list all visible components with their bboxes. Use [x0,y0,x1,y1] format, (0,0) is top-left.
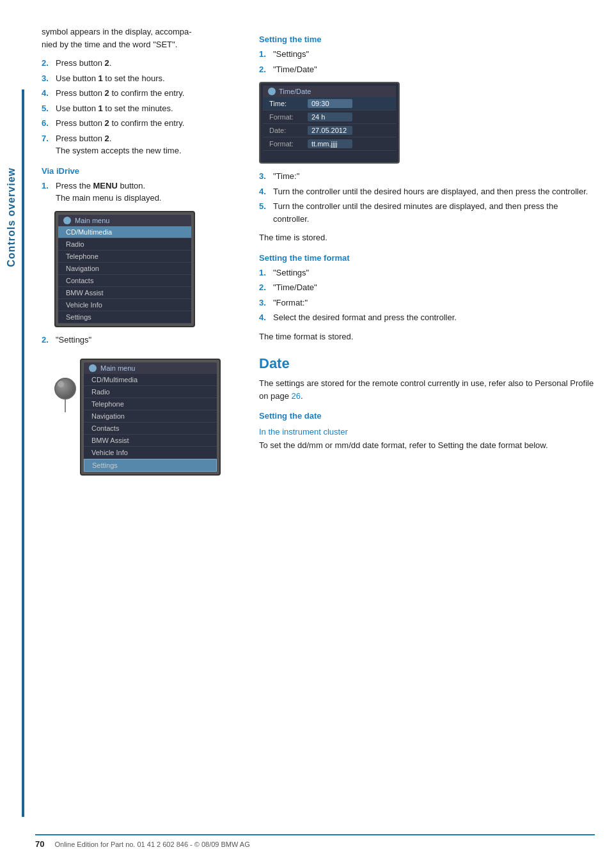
time-format-stored-note: The time format is stored. [259,330,595,343]
timedate-row-format1: Format: 24 h [263,111,396,124]
setting-time-heading: Setting the time [259,35,595,44]
footer-text: Online Edition for Part no. 01 41 2 602 … [54,841,249,848]
page-footer: 70 Online Edition for Part no. 01 41 2 6… [35,834,595,849]
step-4: 4. Press button 2 to confirm the entry. [42,87,246,100]
time-stored-note: The time is stored. [259,231,595,244]
via-idrive-step-1: 1. Press the MENU button.The main menu i… [42,180,246,205]
main-menu-screen-1: Main menu CD/Multimedia Radio Telephone … [54,211,246,327]
tf-step-2: 2. "Time/Date" [259,281,595,294]
date-section: Date The settings are stored for the rem… [259,355,595,452]
time-format-heading: Setting the time format [259,253,595,263]
setting-time-steps: 1. "Settings" 2. "Time/Date" [259,48,595,75]
menu-item-telephone: Telephone [58,251,191,263]
screen-icon-2 [89,364,97,372]
st-step-2: 2. "Time/Date" [259,63,595,76]
menu-item-vehicle: Vehicle Info [58,299,191,311]
step-7: 7. Press button 2.The system accepts the… [42,132,246,157]
screen-1-header: Main menu [58,215,191,226]
right-column: Setting the time 1. "Settings" 2. "Time/… [259,26,595,482]
timedate-header: Time/Date [263,86,396,97]
page-link[interactable]: 26 [292,391,301,401]
screen-spacer [263,151,396,160]
menu2-item-vehicle: Vehicle Info [84,447,217,459]
menu2-item-settings: Settings [84,459,217,472]
menu-item-radio: Radio [58,238,191,251]
tf-step-1: 1. "Settings" [259,267,595,279]
date-intro: The settings are stored for the remote c… [259,377,595,402]
screen-1-body: CD/Multimedia Radio Telephone Navigation… [58,226,191,323]
screen2-with-knob: Main menu CD/Multimedia Radio Telephone … [54,352,246,482]
menu-item-settings: Settings [58,311,191,323]
via-idrive-step-2: 2. "Settings" [42,334,246,346]
screen-mockup-1: Main menu CD/Multimedia Radio Telephone … [54,211,195,327]
menu2-item-radio: Radio [84,386,217,398]
setting-time-section: Setting the time 1. "Settings" 2. "Time/… [259,35,595,244]
time-format-steps: 1. "Settings" 2. "Time/Date" 3. "Format:… [259,267,595,324]
st-step-4: 4. Turn the controller until the desired… [259,185,595,198]
timedate-screen: Time/Date Time: 09:30 Format: 24 h Date:… [259,82,400,164]
via-idrive-steps: 1. Press the MENU button.The main menu i… [42,180,246,205]
date-major-heading: Date [259,355,595,372]
step-5: 5. Use button 1 to set the minutes. [42,102,246,115]
menu2-item-cd: CD/Multimedia [84,374,217,386]
instrument-cluster-subheading: In the instrument cluster [259,427,595,437]
page-number: 70 [35,839,44,849]
setting-time-steps-2: 3. "Time:" 4. Turn the controller until … [259,170,595,225]
left-column: symbol appears in the display, accompa- … [42,26,246,482]
via-idrive-step2-list: 2. "Settings" [42,334,246,346]
main-content: symbol appears in the display, accompa- … [35,0,614,508]
step-6: 6. Press button 2 to confirm the entry. [42,117,246,130]
timedate-row-format2: Format: tt.mm.jjjj [263,137,396,151]
menu2-item-contacts: Contacts [84,422,217,435]
steps-list: 2. Press button 2. 3. Use button 1 to se… [42,57,246,157]
menu-item-navigation: Navigation [58,263,191,275]
screen-icon [63,217,71,224]
screen-2-header: Main menu [84,362,217,374]
timedate-row-time: Time: 09:30 [263,97,396,111]
timedate-icon [268,88,276,95]
step-2: 2. Press button 2. [42,57,246,70]
st-step-1: 1. "Settings" [259,48,595,61]
setting-time-format-section: Setting the time format 1. "Settings" 2.… [259,253,595,343]
st-step-3: 3. "Time:" [259,170,595,183]
menu2-item-navigation: Navigation [84,410,217,422]
menu-item-contacts: Contacts [58,275,191,287]
menu-item-bmw: BMW Assist [58,287,191,299]
setting-date-heading: Setting the date [259,411,595,421]
st-step-5: 5. Turn the controller until the desired… [259,200,595,225]
via-idrive-section: Via iDrive 1. Press the MENU button.The … [42,166,246,483]
intro-text: symbol appears in the display, accompa- … [42,26,246,50]
sidebar-label: Controls overview [0,115,23,320]
step-3: 3. Use button 1 to set the hours. [42,72,246,85]
instrument-cluster-text: To set the dd/mm or mm/dd date format, r… [259,439,595,452]
tf-step-3: 3. "Format:" [259,297,595,309]
idrive-knob [54,378,76,412]
menu-item-cd: CD/Multimedia [58,226,191,238]
screen-2-body: CD/Multimedia Radio Telephone Navigation… [84,374,217,472]
menu2-item-telephone: Telephone [84,398,217,410]
screen-mockup-2: Main menu CD/Multimedia Radio Telephone … [80,359,221,476]
timedate-row-date: Date: 27.05.2012 [263,124,396,137]
tf-step-4: 4. Select the desired format and press t… [259,311,595,324]
menu2-item-bmw: BMW Assist [84,435,217,447]
via-idrive-heading: Via iDrive [42,166,246,176]
